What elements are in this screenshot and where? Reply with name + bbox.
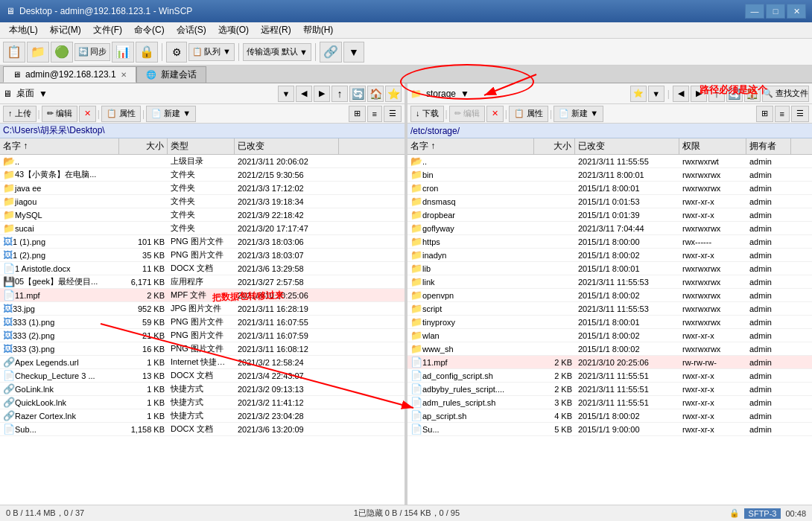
right-col-size-header[interactable]: 大小 bbox=[534, 138, 575, 154]
menu-remote[interactable]: 远程(R) bbox=[255, 22, 297, 39]
left-file-row[interactable]: 🖼 333 (1).png 59 KB PNG 图片文件 2021/3/11 1… bbox=[0, 316, 405, 329]
right-file-row[interactable]: 📁 www_sh 2015/1/1 8:00:02 rwxrwxrwx admi… bbox=[407, 342, 812, 356]
right-file-row[interactable]: 📁 inadyn 2015/1/1 8:00:02 rwxr-xr-x admi… bbox=[407, 249, 812, 262]
toolbar-icon1[interactable]: 🔗 bbox=[320, 42, 342, 63]
left-file-row[interactable]: 🔗 QuickLook.lnk 1 KB 快捷方式 2021/3/2 11:41… bbox=[0, 396, 405, 409]
left-nav-refresh[interactable]: 🔄 bbox=[349, 86, 366, 102]
right-nav-back[interactable]: ◀ bbox=[673, 86, 689, 102]
right-file-row[interactable]: 📁 dropbear 2015/1/1 0:01:39 rwxr-xr-x ad… bbox=[407, 208, 812, 222]
left-new-btn[interactable]: 📄 新建 ▼ bbox=[146, 106, 196, 122]
right-view-btn1[interactable]: ⊞ bbox=[756, 106, 773, 122]
left-view-btn2[interactable]: ≡ bbox=[367, 106, 382, 122]
right-col-owner-header[interactable]: 拥有者 bbox=[746, 138, 791, 154]
right-file-row[interactable]: 📁 tinyproxy 2015/1/1 8:00:01 rwxrwxrwx a… bbox=[407, 316, 812, 329]
right-download-btn[interactable]: ↓ 下载 bbox=[410, 106, 444, 122]
toolbar-copy-btn[interactable]: 📋 bbox=[3, 42, 25, 63]
left-col-date-header[interactable]: 已改变 bbox=[235, 138, 339, 154]
right-file-row[interactable]: 📄 ap_script.sh 4 KB 2015/1/1 8:00:02 rwx… bbox=[407, 409, 812, 423]
right-attr-btn[interactable]: 📋 属性 bbox=[509, 106, 548, 122]
left-file-row[interactable]: 📄 Sub... 1,158 KB DOCX 文档 2021/3/6 13:20… bbox=[0, 423, 405, 436]
right-file-row[interactable]: 📁 goflyway 2021/3/11 7:04:44 rwxrwxrwx a… bbox=[407, 222, 812, 235]
left-col-size-header[interactable]: 大小 bbox=[119, 138, 168, 154]
toolbar-btn2[interactable]: 📊 bbox=[112, 42, 134, 63]
left-nav-back[interactable]: ◀ bbox=[296, 86, 312, 102]
right-delete-btn[interactable]: ✕ bbox=[486, 106, 504, 122]
right-file-row[interactable]: 📂 .. 2021/3/11 11:55:55 rwxrwxrwt admin bbox=[407, 155, 812, 168]
menu-help[interactable]: 帮助(H) bbox=[297, 22, 340, 39]
left-attr-btn[interactable]: 📋 属性 bbox=[101, 106, 141, 122]
right-file-row[interactable]: 📁 dnsmasq 2015/1/1 0:01:53 rwxr-xr-x adm… bbox=[407, 195, 812, 208]
right-col-date-header[interactable]: 已改变 bbox=[575, 138, 679, 154]
left-file-row[interactable]: 🔗 GoLink.lnk 1 KB 快捷方式 2021/3/2 09:13:13 bbox=[0, 383, 405, 396]
left-file-row[interactable]: 📁 java ee 文件夹 2021/3/3 17:12:02 bbox=[0, 182, 405, 195]
menu-file[interactable]: 文件(F) bbox=[87, 22, 128, 39]
right-file-row[interactable]: 📄 Su... 5 KB 2015/1/1 9:00:00 rwxr-xr-x … bbox=[407, 423, 812, 436]
close-button[interactable]: ✕ bbox=[787, 4, 806, 19]
left-file-row[interactable]: 📄 11.mpf 2 KB MPF 文件 2021/3/10 20:25:06 bbox=[0, 289, 405, 302]
menu-options[interactable]: 选项(O) bbox=[212, 22, 255, 39]
toolbar-folder-btn[interactable]: 📁 bbox=[27, 42, 49, 63]
left-upload-btn[interactable]: ↑ 上传 bbox=[3, 106, 37, 122]
left-file-row[interactable]: 📄 1 Aristotle.docx 11 KB DOCX 文档 2021/3/… bbox=[0, 262, 405, 275]
menu-mark[interactable]: 标记(M) bbox=[44, 22, 87, 39]
left-file-row[interactable]: 📄 Checkup_Lecture 3 ... 13 KB DOCX 文档 20… bbox=[0, 369, 405, 383]
right-nav-search[interactable]: 🔍 查找文件 bbox=[762, 86, 809, 102]
right-file-row[interactable]: 📁 https 2015/1/1 8:00:00 rwx------ admin bbox=[407, 235, 812, 249]
left-nav-bookmark[interactable]: ⭐ bbox=[385, 86, 402, 102]
left-file-row[interactable]: 📁 sucai 文件夹 2021/3/20 17:17:47 bbox=[0, 222, 405, 235]
left-file-row[interactable]: 🔗 Apex Legends.url 1 KB Internet 快捷方式 20… bbox=[0, 356, 405, 369]
left-file-row[interactable]: 📂 .. 上级目录 2021/3/11 20:06:02 bbox=[0, 155, 405, 168]
right-file-row[interactable]: 📄 adbyby_rules_script.... 2 KB 2021/3/11… bbox=[407, 383, 812, 396]
left-col-name-header[interactable]: 名字 ↑ bbox=[0, 138, 119, 154]
left-nav-filter[interactable]: ▼ bbox=[278, 86, 294, 102]
right-file-row[interactable]: 📁 link 2021/3/11 11:55:53 rwxrwxrwx admi… bbox=[407, 275, 812, 289]
right-file-row[interactable]: 📁 wlan 2015/1/1 8:00:02 rwxr-xr-x admin bbox=[407, 329, 812, 342]
left-file-row[interactable]: 🖼 33.jpg 952 KB JPG 图片文件 2021/3/11 16:28… bbox=[0, 302, 405, 316]
menu-command[interactable]: 命令(C) bbox=[128, 22, 171, 39]
left-file-row[interactable]: 💾 05【geek】最经便目... 6,171 KB 应用程序 2021/3/2… bbox=[0, 275, 405, 289]
left-file-row[interactable]: 🖼 1 (1).png 101 KB PNG 图片文件 2021/3/3 18:… bbox=[0, 235, 405, 249]
left-edit-btn[interactable]: ✏ 编辑 bbox=[42, 106, 77, 122]
right-new-btn[interactable]: 📄 新建 ▼ bbox=[554, 106, 603, 122]
right-file-row[interactable]: 📄 adm_rules_script.sh 3 KB 2021/3/11 11:… bbox=[407, 396, 812, 409]
transfer-dropdown[interactable]: 传输选项 默认 ▼ bbox=[243, 43, 311, 61]
left-nav-forward[interactable]: ▶ bbox=[314, 86, 330, 102]
maximize-button[interactable]: □ bbox=[766, 4, 785, 19]
left-file-row[interactable]: 🔗 Razer Cortex.lnk 1 KB 快捷方式 2021/3/2 23… bbox=[0, 409, 405, 423]
left-file-row[interactable]: 🖼 333 (3).png 16 KB PNG 图片文件 2021/3/11 1… bbox=[0, 342, 405, 356]
right-nav-filter[interactable]: ▼ bbox=[648, 86, 664, 102]
right-file-row[interactable]: 📁 lib 2015/1/1 8:00:01 rwxrwxrwx admin bbox=[407, 262, 812, 275]
left-view-btn1[interactable]: ⊞ bbox=[349, 106, 366, 122]
left-delete-btn[interactable]: ✕ bbox=[79, 106, 96, 122]
left-file-row[interactable]: 🖼 333 (2).png 21 KB PNG 图片文件 2021/3/11 1… bbox=[0, 329, 405, 342]
toolbar-green-btn[interactable]: 🟢 bbox=[51, 42, 73, 63]
left-file-row[interactable]: 📁 jiagou 文件夹 2021/3/3 19:18:34 bbox=[0, 195, 405, 208]
right-col-name-header[interactable]: 名字 ↑ bbox=[407, 138, 534, 154]
minimize-button[interactable]: — bbox=[745, 4, 764, 19]
right-file-row[interactable]: 📄 ad_config_script.sh 2 KB 2021/3/11 11:… bbox=[407, 369, 812, 383]
left-file-row[interactable]: 📁 43【小黄条】在电脑... 文件夹 2021/2/15 9:30:56 bbox=[0, 168, 405, 182]
tab-new-session[interactable]: 🌐 新建会话 bbox=[136, 66, 206, 83]
tab-session1[interactable]: 🖥 admin@192.168.123.1 ✕ bbox=[3, 66, 136, 83]
right-file-list[interactable]: 名字 ↑ 大小 已改变 权限 拥有者 📂 .. 2021/3/11 11:55:… bbox=[407, 138, 812, 505]
menu-session[interactable]: 会话(S) bbox=[171, 22, 212, 39]
sync-dropdown[interactable]: 🔄 同步 bbox=[74, 43, 110, 61]
right-nav-refresh[interactable]: 🔄 bbox=[726, 86, 743, 102]
left-nav-home[interactable]: 🏠 bbox=[367, 86, 384, 102]
queue-dropdown[interactable]: 📋 队列 ▼ bbox=[188, 43, 235, 61]
toolbar-btn3[interactable]: 🔒 bbox=[136, 42, 158, 63]
right-path-dropdown[interactable]: ▼ bbox=[460, 89, 469, 99]
right-file-row[interactable]: 📁 bin 2021/3/11 8:00:01 rwxrwxrwx admin bbox=[407, 168, 812, 182]
right-view-btn2[interactable]: ≡ bbox=[775, 106, 790, 122]
left-col-type-header[interactable]: 类型 bbox=[168, 138, 235, 154]
right-col-perm-header[interactable]: 权限 bbox=[679, 138, 746, 154]
toolbar-icon2[interactable]: ▼ bbox=[343, 42, 364, 63]
toolbar-gear[interactable]: ⚙ bbox=[166, 42, 187, 63]
left-file-list[interactable]: 名字 ↑ 大小 类型 已改变 📂 .. 上级目录 2021/3/11 20:06… bbox=[0, 138, 405, 505]
left-file-row[interactable]: 🖼 1 (2).png 35 KB PNG 图片文件 2021/3/3 18:0… bbox=[0, 249, 405, 262]
right-nav-up[interactable]: ↑ bbox=[708, 86, 725, 102]
right-nav-bookmark[interactable]: ⭐ bbox=[630, 86, 647, 102]
left-file-row[interactable]: 📁 MySQL 文件夹 2021/3/9 22:18:42 bbox=[0, 208, 405, 222]
right-nav-forward[interactable]: ▶ bbox=[691, 86, 707, 102]
right-edit-btn[interactable]: ✏ 编辑 bbox=[449, 106, 485, 122]
